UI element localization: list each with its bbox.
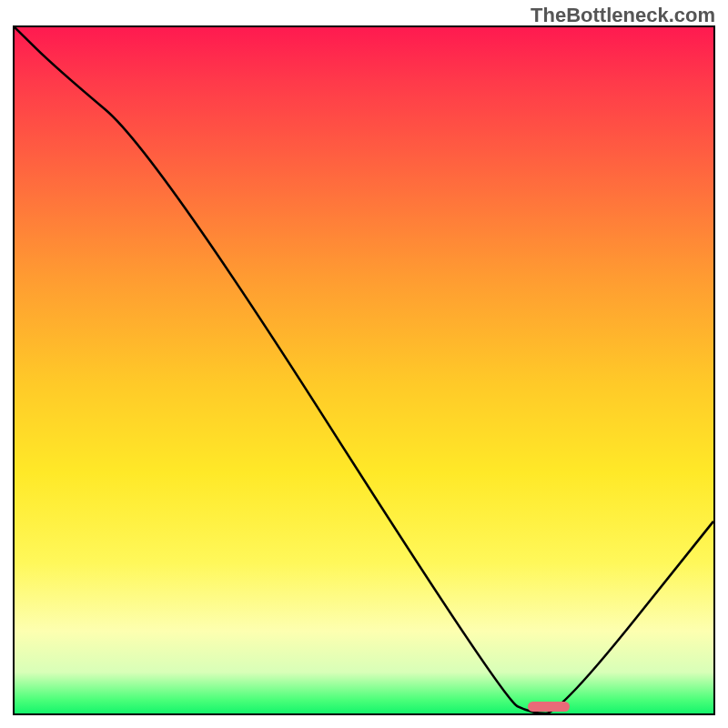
plot-area xyxy=(13,25,715,715)
optimal-marker xyxy=(528,702,570,712)
curve-path xyxy=(15,27,713,713)
bottleneck-curve xyxy=(15,27,713,713)
chart-container: TheBottleneck.com xyxy=(0,0,728,728)
watermark-text: TheBottleneck.com xyxy=(531,4,715,27)
